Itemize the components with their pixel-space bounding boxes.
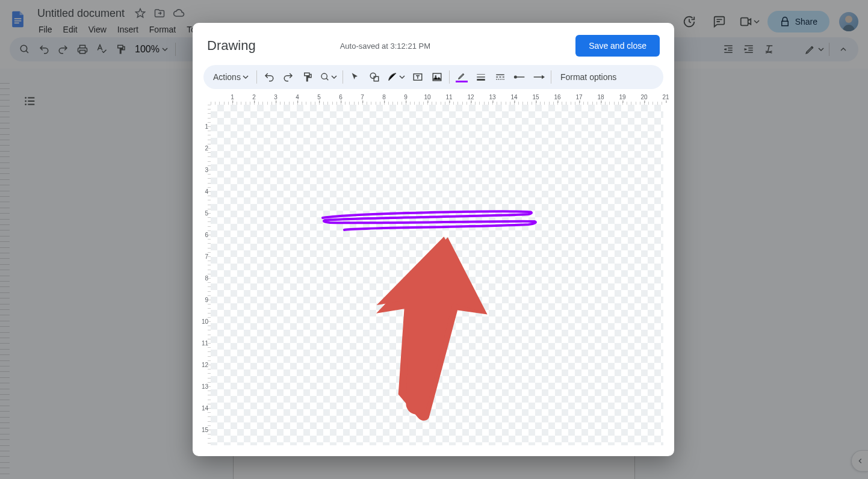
drawing-toolbar: Actions Format options (203, 65, 663, 89)
arrow-annotation-shape (372, 236, 492, 416)
horizontal-ruler: 123456789101112131415161718192021 (211, 94, 663, 105)
scribble-shape[interactable] (318, 207, 541, 232)
autosave-status: Auto-saved at 3:12:21 PM (340, 42, 430, 51)
line-color-icon[interactable] (453, 68, 471, 86)
save-and-close-button[interactable]: Save and close (575, 35, 660, 57)
undo-icon[interactable] (260, 68, 278, 86)
shape-tool-icon[interactable] (365, 68, 383, 86)
select-tool-icon[interactable] (346, 68, 364, 86)
text-box-icon[interactable] (409, 68, 427, 86)
paint-format-icon[interactable] (299, 68, 317, 86)
line-start-icon[interactable] (510, 68, 529, 86)
svg-rect-10 (374, 76, 379, 81)
dialog-title: Drawing (207, 38, 256, 54)
drawing-dialog: Drawing Auto-saved at 3:12:21 PM Save an… (193, 23, 674, 456)
drawing-canvas[interactable] (211, 105, 663, 445)
image-icon[interactable] (428, 68, 446, 86)
vertical-ruler: 123456789101112131415 (200, 105, 211, 445)
line-end-icon[interactable] (530, 68, 548, 86)
line-dash-icon[interactable] (491, 68, 509, 86)
svg-point-14 (514, 76, 517, 79)
svg-point-9 (370, 73, 376, 78)
format-options-button[interactable]: Format options (554, 68, 622, 86)
actions-menu[interactable]: Actions (208, 68, 253, 86)
zoom-menu[interactable] (318, 68, 339, 86)
line-tool-icon[interactable] (385, 68, 408, 86)
svg-point-8 (321, 73, 327, 79)
line-weight-icon[interactable] (472, 68, 490, 86)
redo-icon[interactable] (279, 68, 297, 86)
